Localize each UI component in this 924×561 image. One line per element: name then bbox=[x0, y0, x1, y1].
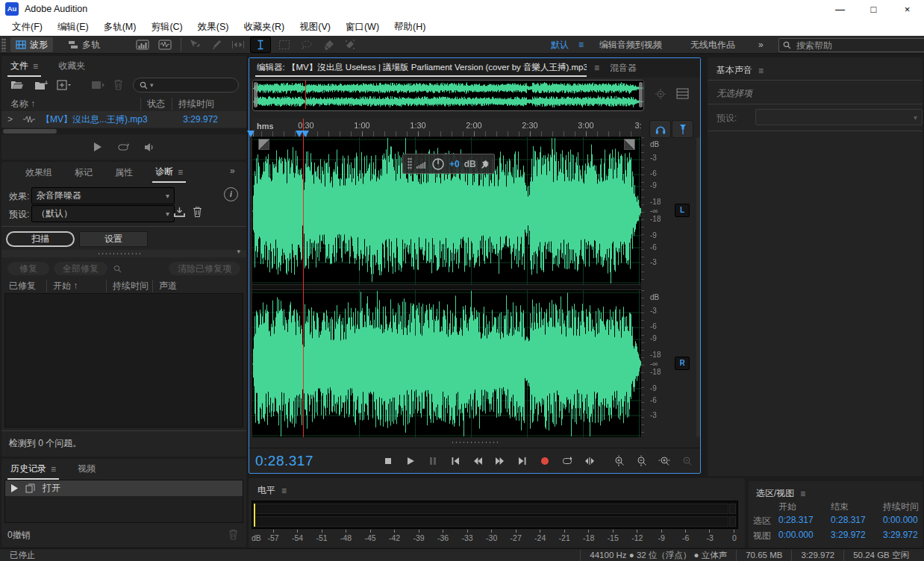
panel-menu-icon[interactable]: ≡ bbox=[281, 486, 287, 496]
editor-hscroll-strip[interactable] bbox=[249, 437, 700, 448]
menu-item[interactable]: 收藏夹(R) bbox=[236, 19, 292, 36]
spectral-display-toggle[interactable] bbox=[133, 37, 152, 52]
scroll-grip[interactable] bbox=[451, 441, 499, 445]
maximize-button[interactable]: □ bbox=[857, 0, 890, 19]
workspace-menu-icon[interactable]: ≡ bbox=[578, 36, 584, 54]
trash-icon[interactable] bbox=[228, 529, 238, 540]
razor-tool[interactable] bbox=[207, 37, 227, 52]
overview-navigator[interactable] bbox=[252, 80, 644, 111]
preview-play-icon[interactable] bbox=[93, 142, 102, 152]
menu-item[interactable]: 剪辑(C) bbox=[143, 19, 190, 36]
panel-menu-icon[interactable]: ≡ bbox=[800, 489, 805, 499]
tab-effects-rack[interactable]: 效果组 bbox=[22, 162, 55, 183]
panel-menu-icon[interactable]: ≡ bbox=[594, 63, 599, 73]
expand-icon[interactable]: > bbox=[7, 114, 13, 125]
workspace-radio[interactable]: 无线电作品 bbox=[690, 36, 735, 54]
paintbrush-tool[interactable] bbox=[319, 37, 339, 52]
overview-left-handle[interactable] bbox=[254, 82, 257, 107]
zoom-full-icon[interactable] bbox=[655, 88, 667, 101]
time-display[interactable]: 0:28.317 bbox=[255, 453, 313, 469]
tab-history[interactable]: 历史记录≡ bbox=[7, 459, 59, 480]
trash-icon[interactable] bbox=[113, 79, 123, 90]
files-search-field[interactable]: ▾ bbox=[133, 78, 239, 93]
tab-properties[interactable]: 属性 bbox=[112, 162, 136, 183]
open-file-icon[interactable] bbox=[10, 80, 24, 90]
col-issue-duration[interactable]: 持续时间 bbox=[106, 280, 149, 292]
skip-to-start-button[interactable] bbox=[449, 455, 461, 467]
tab-editor[interactable]: 编辑器: 【MV】沒出息 Useless | 議場版 Parliament Ve… bbox=[255, 59, 587, 77]
files-hscrollbar[interactable] bbox=[1, 128, 246, 134]
preset-dropdown[interactable]: （默认）▾ bbox=[31, 205, 175, 222]
tab-favorites[interactable]: 收藏夹 bbox=[55, 56, 88, 75]
panel-splitter[interactable]: ▾ bbox=[1, 250, 246, 257]
delete-preset-icon[interactable] bbox=[193, 206, 202, 218]
loop-icon[interactable] bbox=[117, 142, 129, 152]
settings-button[interactable]: 设置 bbox=[79, 231, 148, 247]
marker-pin-button[interactable] bbox=[672, 120, 693, 138]
timeline-ruler[interactable]: hms 0:301:001:302:002:303:003: bbox=[252, 119, 641, 137]
slip-tool[interactable] bbox=[228, 37, 248, 52]
new-file-icon[interactable] bbox=[57, 80, 72, 90]
import-file-icon[interactable] bbox=[34, 80, 48, 90]
tab-overflow-icon[interactable]: » bbox=[230, 166, 235, 176]
menu-item[interactable]: 视图(V) bbox=[292, 19, 338, 36]
menu-item[interactable]: 窗口(W) bbox=[338, 19, 387, 36]
right-channel-badge[interactable]: R bbox=[675, 357, 690, 370]
col-channel[interactable]: 声道 bbox=[152, 280, 177, 292]
save-preset-icon[interactable] bbox=[173, 207, 186, 218]
workspace-edit-audio-video[interactable]: 编辑音频到视频 bbox=[599, 36, 662, 54]
panel-menu-icon[interactable]: ≡ bbox=[33, 61, 38, 72]
gain-knob[interactable] bbox=[431, 157, 445, 171]
help-search-input[interactable] bbox=[795, 40, 924, 51]
zoom-out-full-button[interactable] bbox=[681, 455, 693, 467]
menu-item[interactable]: 编辑(E) bbox=[50, 19, 96, 36]
minimize-button[interactable]: — bbox=[823, 0, 857, 19]
search-issues-icon[interactable] bbox=[113, 265, 122, 273]
channel-divider[interactable] bbox=[252, 284, 641, 290]
chevron-down-icon[interactable]: ▾ bbox=[237, 248, 240, 255]
waveform-display-toggle[interactable] bbox=[155, 37, 175, 52]
hud-gain-value[interactable]: +0 bbox=[449, 159, 460, 169]
info-icon[interactable]: i bbox=[224, 187, 238, 201]
col-fixed[interactable]: 已修复 bbox=[9, 280, 36, 292]
selection-end-marker[interactable] bbox=[302, 131, 309, 137]
hud-grip[interactable] bbox=[408, 157, 412, 170]
insert-multitrack-icon[interactable] bbox=[91, 80, 104, 90]
fade-out-handle[interactable] bbox=[624, 139, 635, 150]
tab-mixer[interactable]: 混音器 bbox=[607, 58, 640, 78]
tab-diagnostics[interactable]: 诊断≡ bbox=[152, 162, 186, 183]
hud-pin-icon[interactable] bbox=[481, 160, 490, 169]
help-search[interactable] bbox=[778, 38, 924, 52]
col-status[interactable]: 状态 bbox=[140, 98, 165, 110]
zoom-in-button[interactable] bbox=[614, 455, 625, 467]
menu-item[interactable]: 多轨(M) bbox=[96, 19, 144, 36]
close-button[interactable]: × bbox=[890, 0, 924, 19]
left-channel-badge[interactable]: L bbox=[675, 204, 690, 217]
fade-in-handle[interactable] bbox=[258, 139, 269, 150]
marquee-selection-tool[interactable] bbox=[275, 37, 294, 52]
file-row[interactable]: > 【MV】沒出息...王搏).mp3 3:29.972 bbox=[1, 111, 246, 128]
col-name[interactable]: 名称 ↑ bbox=[10, 98, 35, 110]
waveform-right-channel[interactable] bbox=[252, 290, 641, 437]
playhead[interactable] bbox=[303, 119, 304, 437]
panel-menu-icon[interactable]: ≡ bbox=[178, 167, 183, 178]
lasso-selection-tool[interactable] bbox=[297, 37, 316, 52]
layers-list-icon[interactable] bbox=[676, 88, 689, 99]
monitor-headphones-button[interactable] bbox=[649, 120, 671, 138]
skip-to-end-button[interactable] bbox=[516, 455, 528, 467]
stop-button[interactable] bbox=[382, 455, 394, 467]
panel-menu-icon[interactable]: ≡ bbox=[758, 66, 764, 76]
fast-forward-button[interactable] bbox=[494, 455, 506, 467]
issues-list[interactable] bbox=[4, 293, 243, 427]
waveform-view-button[interactable]: 波形 bbox=[10, 37, 53, 52]
move-tool[interactable] bbox=[185, 37, 205, 52]
effect-dropdown[interactable]: 杂音降噪器▾ bbox=[31, 187, 175, 204]
repair-button[interactable]: 修复 bbox=[7, 262, 49, 275]
level-meter[interactable] bbox=[252, 501, 738, 529]
time-selection-tool[interactable] bbox=[251, 37, 270, 52]
workspace-default[interactable]: 默认 bbox=[551, 36, 569, 54]
loop-playback-button[interactable] bbox=[561, 455, 573, 467]
zoom-selection-button[interactable] bbox=[658, 455, 670, 467]
spot-healing-brush-tool[interactable] bbox=[340, 37, 360, 52]
overview-right-handle[interactable] bbox=[639, 82, 643, 107]
